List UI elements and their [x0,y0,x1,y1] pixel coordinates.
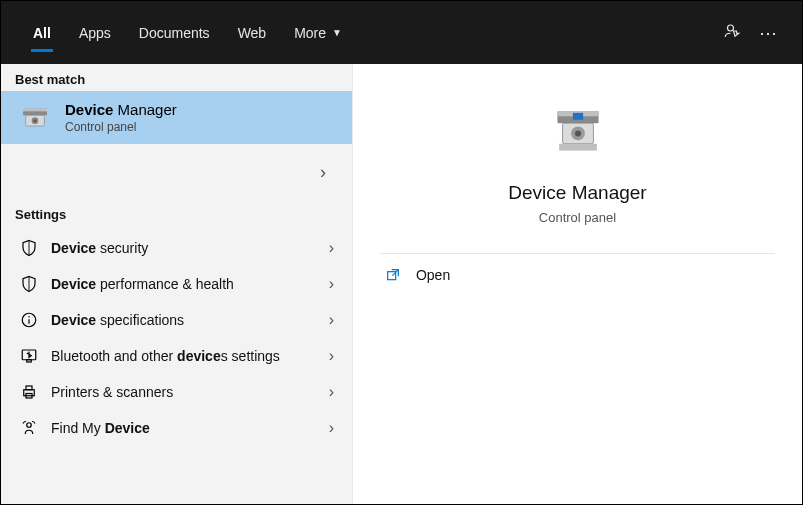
setting-item[interactable]: Printers & scanners› [1,374,352,410]
chevron-right-icon: › [329,419,338,437]
tab-label: Web [238,25,267,41]
chevron-right-icon: › [329,239,338,257]
setting-label: Bluetooth and other devices settings [51,348,317,364]
setting-item[interactable]: Bluetooth and other devices settings› [1,338,352,374]
setting-label: Find My Device [51,420,317,436]
chevron-right-icon: › [329,347,338,365]
setting-label: Device performance & health [51,276,317,292]
detail-column: Device Manager Control panel Open [353,64,802,504]
chevron-right-icon: › [329,383,338,401]
svg-rect-21 [559,144,597,151]
best-match-heading: Best match [1,64,352,91]
best-match-title: Device Manager [65,101,177,118]
detail-subtitle: Control panel [539,210,616,225]
tab-label: More [294,25,326,41]
best-match-subtitle: Control panel [65,120,177,134]
settings-list: Device security›Device performance & hea… [1,230,352,446]
bluetooth-icon [19,346,39,366]
svg-rect-11 [24,390,35,396]
device-manager-icon [19,102,51,134]
detail-title: Device Manager [508,182,646,204]
expand-row: › [1,144,352,205]
setting-label: Device security [51,240,317,256]
best-match-result[interactable]: Device Manager Control panel [1,91,352,144]
chevron-right-icon: › [329,311,338,329]
shield-icon [19,238,39,258]
setting-item[interactable]: Device security› [1,230,352,266]
device-manager-large-icon [543,106,613,166]
setting-item[interactable]: Device specifications› [1,302,352,338]
svg-rect-17 [572,113,582,120]
printer-icon [19,382,39,402]
open-icon [384,266,402,284]
more-options-icon[interactable]: ⋯ [759,22,778,44]
info-icon [19,310,39,330]
feedback-icon[interactable] [723,22,741,44]
tab-all[interactable]: All [19,1,65,64]
action-open[interactable]: Open [380,254,775,296]
findmy-icon [19,418,39,438]
chevron-right-icon: › [329,275,338,293]
setting-label: Device specifications [51,312,317,328]
setting-item[interactable]: Device performance & health› [1,266,352,302]
filter-tabs: All Apps Documents Web More ▼ [19,1,356,64]
search-header: All Apps Documents Web More ▼ ⋯ [1,1,802,64]
svg-point-14 [27,423,32,428]
svg-point-20 [575,130,581,136]
header-actions: ⋯ [723,22,792,44]
tab-more[interactable]: More ▼ [280,1,356,64]
best-match-text: Device Manager Control panel [65,101,177,134]
tab-label: All [33,25,51,41]
setting-item[interactable]: Find My Device› [1,410,352,446]
tab-apps[interactable]: Apps [65,1,125,64]
shield-icon [19,274,39,294]
chevron-right-icon[interactable]: › [320,162,326,183]
settings-heading: Settings [1,205,352,230]
results-column: Best match Device Manager Control panel … [1,64,353,504]
svg-rect-12 [26,386,32,390]
svg-point-0 [728,25,734,31]
svg-point-5 [33,119,36,122]
tab-documents[interactable]: Documents [125,1,224,64]
svg-rect-2 [23,108,47,111]
svg-point-8 [28,316,30,318]
tab-label: Documents [139,25,210,41]
tab-web[interactable]: Web [224,1,281,64]
svg-rect-10 [27,360,32,362]
main-area: Best match Device Manager Control panel … [1,64,802,504]
action-label: Open [416,267,450,283]
tab-label: Apps [79,25,111,41]
setting-label: Printers & scanners [51,384,317,400]
chevron-down-icon: ▼ [332,27,342,38]
